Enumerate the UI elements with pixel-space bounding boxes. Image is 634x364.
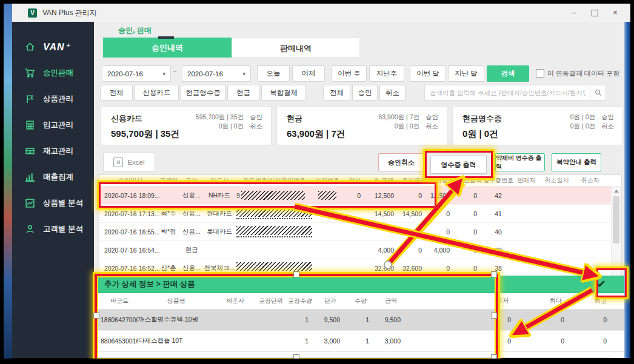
type-filter-all-button[interactable]: 전체 [100, 85, 133, 101]
tab-approval-history[interactable]: 승인내역 [103, 38, 232, 58]
detail-panel-table: 바코드상품명 제조사포장단위 포장수량단가 수량금액 최저 최다 최고 1880… [96, 293, 624, 357]
page-title: 승인, 판매 [118, 25, 152, 36]
chevron-down-icon[interactable] [589, 277, 610, 291]
card-detail: 595,700원 | 35건승인 0원 | 0건취소 [196, 113, 262, 131]
summary-card-credit-card: 신용카드 595,700원 | 35건승인 0원 | 0건취소 595,700원… [101, 107, 272, 145]
table-row[interactable]: 2020-07-16 16:55... 박*정 신용... 롯데카드 0 0 4… [99, 223, 621, 241]
status-filter-all-button[interactable]: 전체 [323, 85, 350, 101]
search-input[interactable] [425, 89, 590, 96]
sidebar: VAN⁺ 승인판매 상품관리 입고관리 재고관리 매출집계 상품별 분석 고객 [12, 22, 94, 358]
active-tab-indicator [158, 36, 174, 39]
cart-icon [25, 68, 35, 78]
sidebar-logo-text: VAN⁺ [43, 41, 70, 53]
type-filter-cash-button[interactable]: 현금 [227, 85, 259, 101]
bar-chart-icon [25, 172, 35, 182]
person-icon [25, 224, 35, 234]
card-total: 0원 | 0건 [462, 128, 498, 140]
card-total: 595,700원 | 35건 [111, 128, 179, 140]
masked-card-number [241, 191, 305, 200]
quick-date-today-button[interactable]: 오늘 [257, 65, 290, 82]
unlinked-payment-checkbox-label: 미 연동결제 데이터 포함 [547, 69, 619, 78]
main-content: 승인, 판매 승인내역 판매내역 2020-07-16▾ ~ 2020-07-1… [94, 22, 624, 358]
cancel-approval-button[interactable]: 승인취소 [378, 153, 424, 171]
quick-date-this-month-button[interactable]: 이번 달 [410, 65, 446, 82]
sidebar-logo[interactable]: VAN⁺ [12, 34, 94, 60]
sidebar-item-inbound-mgmt[interactable]: 입고관리 [12, 112, 94, 138]
masked-card-number [236, 208, 312, 217]
summary-card-cash-receipt: 현금영수증 0원 | 0건승인 0원 | 0건취소 0원 | 0건 [452, 107, 623, 145]
screenshot-frame: V VAN Plus 관리자 – × VAN⁺ 승인판매 상품관리 입고관리 재… [0, 0, 634, 364]
card-detail: 63,900원 | 7건승인 0원 | 0건취소 [378, 113, 438, 131]
sidebar-item-label: 고객별 분석 [43, 224, 83, 234]
calculator-icon [25, 120, 35, 130]
table-row[interactable]: 2020-07-16 18:09... 신용... NH카드 9 0 12,50… [99, 187, 621, 205]
masked-id-dots [236, 273, 312, 274]
detail-row[interactable]: 8806453001616 다제스캡슐 10T 1 3,000 1 3,000 … [96, 331, 624, 352]
masked-card-number [236, 226, 312, 235]
excel-icon: X [113, 157, 123, 167]
scrollbar-up-arrow[interactable] [612, 187, 621, 196]
chevron-down-icon: ▾ [162, 71, 165, 77]
desktop-edge-strip [4, 4, 12, 359]
table-row[interactable]: 2020-07-16 17:13... 최*수 신용... 현대카드 14,50… [99, 205, 621, 223]
summary-card-cash: 현금 63,900원 | 7건승인 0원 | 0건취소 63,900원 | 7건 [276, 107, 447, 145]
unlinked-payment-checkbox[interactable] [536, 69, 544, 78]
window-edge-strip [624, 22, 630, 358]
card-detail: 0원 | 0건승인 0원 | 0건취소 [570, 113, 614, 131]
sidebar-item-customer-analysis[interactable]: 고객별 분석 [12, 216, 94, 242]
search-button[interactable]: 검색 [487, 65, 529, 82]
trend-chart-icon [25, 198, 35, 208]
print-medication-guide-button[interactable]: 복약안내 출력 [552, 153, 601, 171]
masked-approval-number [318, 191, 336, 200]
minimize-button[interactable]: – [564, 5, 584, 21]
search-icon[interactable] [590, 85, 606, 100]
type-filter-cash-receipt-button[interactable]: 현금영수증 [181, 85, 225, 101]
masked-id-dots [236, 218, 312, 219]
detail-panel: 추가 상세 정보 > 판매 상품 바코드상품명 제조사포장단위 포장수량단가 수… [96, 276, 624, 358]
detail-row[interactable]: 18806427000918 까스활명수큐액-10병 1 9,500 1 9,5… [96, 309, 624, 331]
card-title: 현금 [287, 113, 302, 124]
sidebar-item-sales-summary[interactable]: 매출집계 [12, 164, 94, 190]
maximize-button[interactable] [584, 5, 605, 21]
detail-table-header: 바코드상품명 제조사포장단위 포장수량단가 수량금액 최저 최다 최고 [96, 293, 624, 309]
card-title: 현금영수증 [462, 113, 502, 124]
sidebar-item-product-mgmt[interactable]: 상품관리 [12, 86, 94, 112]
print-medication-receipt-button[interactable]: 약제비 영수증 출력 [495, 153, 545, 171]
tab-sales-history[interactable]: 판매내역 [232, 38, 360, 58]
quick-date-this-week-button[interactable]: 이번 주 [332, 65, 367, 82]
excel-export-button[interactable]: X Excel [103, 153, 155, 171]
sidebar-item-label: 승인판매 [43, 68, 73, 78]
sidebar-item-approval-sales[interactable]: 승인판매 [12, 60, 94, 86]
quick-date-last-month-button[interactable]: 지난 달 [448, 65, 484, 82]
sidebar-item-label: 상품관리 [43, 94, 73, 104]
keyword-search-field [424, 85, 606, 101]
window-title: VAN Plus 관리자 [42, 8, 97, 18]
status-filter-canceled-button[interactable]: 취소 [379, 85, 405, 101]
table-row[interactable]: 2020-07-16 16:52... 신*춘 신용... 전북체크... 32… [99, 259, 621, 277]
type-filter-mixed-payment-button[interactable]: 복합결제 [261, 85, 306, 101]
sidebar-item-label: 매출집계 [43, 172, 73, 182]
type-filter-credit-card-button[interactable]: 신용카드 [135, 85, 179, 101]
print-receipt-button[interactable]: 영수증 출력 [430, 156, 487, 174]
sidebar-item-product-analysis[interactable]: 상품별 분석 [12, 190, 94, 216]
close-button[interactable]: × [605, 5, 626, 21]
date-from-select[interactable]: 2020-07-16▾ [102, 65, 171, 82]
date-to-select[interactable]: 2020-07-16▾ [182, 65, 251, 82]
masked-id-dots [236, 236, 312, 237]
date-range-tilde: ~ [173, 68, 176, 75]
sidebar-item-label: 상품별 분석 [43, 198, 83, 208]
quick-date-last-week-button[interactable]: 지난주 [369, 65, 404, 82]
maximize-icon [592, 10, 598, 16]
home-icon [25, 42, 35, 52]
scrollbar-thumb[interactable] [613, 196, 619, 243]
sidebar-item-stock-mgmt[interactable]: 재고관리 [12, 138, 94, 164]
chevron-down-icon: ▾ [242, 71, 245, 77]
detail-panel-title: 추가 상세 정보 > 판매 상품 [104, 279, 195, 290]
status-filter-approved-button[interactable]: 승인 [352, 85, 378, 101]
box-icon [25, 146, 35, 156]
quick-date-yesterday-button[interactable]: 어제 [292, 65, 325, 82]
flag-icon [25, 94, 35, 104]
table-header: 승인일시고객명 구분카드사 카드번호/신분확인번호승인번호 할부총 금액 조제금… [99, 175, 621, 187]
card-title: 신용카드 [111, 113, 142, 124]
table-row[interactable]: 2020-07-16 16:54... 현금 4,000 0 4,000 0 3… [99, 241, 621, 259]
